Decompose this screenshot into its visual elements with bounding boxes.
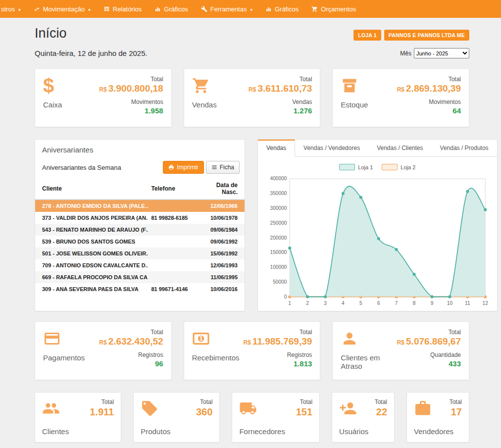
count-label: Registros	[99, 351, 163, 358]
birthdays-table: Cliente Telefone Data de Nasc. 278 - ANT…	[35, 179, 245, 295]
table-icon	[103, 6, 110, 12]
column-header-telefone: Telefone	[148, 179, 199, 199]
stat-label: Clientes	[42, 427, 114, 436]
banknote-icon: 1	[192, 330, 210, 348]
svg-text:6: 6	[377, 300, 380, 306]
count-label: Registros	[244, 351, 312, 358]
page-title: Início	[35, 26, 67, 41]
svg-text:10: 10	[447, 300, 453, 306]
chart-legend: Loja 1 Loja 2	[264, 164, 491, 170]
table-row[interactable]: 373 - VALDIR DOS ANJOS PEREIRA (AN…81 99…	[35, 212, 245, 224]
svg-text:1: 1	[199, 335, 202, 342]
printer-icon	[168, 164, 174, 170]
tab-vendas[interactable]: Vendas	[258, 140, 295, 157]
tab-vendas-produtos[interactable]: Vendas / Produtos	[432, 140, 497, 156]
current-date: Quinta-feira, 12 de junho de 2025.	[35, 49, 148, 57]
sales-chart-card: Vendas Vendas / Vendedores Vendas / Clie…	[257, 139, 498, 311]
total-value: 22	[375, 406, 387, 418]
nav-item-graficos-2[interactable]: Gráficos	[259, 0, 305, 18]
page-content: Início LOJA 1 PANNOS E PANNOS LTDA ME Qu…	[0, 18, 501, 443]
table-row[interactable]: 709 - ANTONIO EDSON CAVALCANTE D…12/06/1…	[35, 259, 245, 271]
chevron-down-icon	[18, 5, 21, 13]
stat-label: Caixa	[43, 100, 62, 109]
month-label: Mês	[400, 50, 411, 57]
cart-icon	[311, 6, 318, 12]
nav-item-orcamentos[interactable]: Orçamentos	[305, 0, 362, 18]
nav-item-cadastros[interactable]: stros	[0, 0, 27, 18]
fornecedores-card: Total 151 Fornecedores	[232, 392, 320, 443]
loja2-swatch-icon	[382, 164, 398, 170]
table-row[interactable]: 501 - JOSE WELISSON GOMES OLIVEIR…15/06/…	[35, 248, 245, 259]
stat-label: Usuários	[339, 427, 387, 436]
dollar-icon	[43, 76, 54, 96]
legend-item-loja1: Loja 1	[339, 164, 373, 170]
total-label: Total	[196, 398, 212, 405]
svg-text:350000: 350000	[270, 191, 287, 196]
stat-label: Produtos	[141, 427, 212, 436]
bar-chart-icon	[154, 6, 161, 12]
tab-vendas-clientes[interactable]: Vendas / Clientes	[368, 140, 431, 156]
bar-chart-icon	[265, 6, 272, 12]
nav-label: stros	[1, 5, 15, 13]
nav-label: Ferramentas	[210, 5, 247, 13]
stat-label: Recebimentos	[192, 353, 240, 362]
total-label: Total	[90, 398, 114, 405]
total-label: Total	[375, 398, 387, 405]
list-icon	[211, 164, 217, 170]
total-label: Total	[397, 76, 461, 83]
stat-label: Pagamentos	[43, 353, 85, 362]
produtos-card: Total 360 Produtos	[133, 392, 220, 443]
nav-label: Relatórios	[113, 5, 142, 13]
loja1-swatch-icon	[339, 164, 355, 170]
nav-item-relatorios[interactable]: Relatórios	[97, 0, 149, 18]
total-value: 17	[450, 406, 462, 418]
count-value: 433	[397, 359, 461, 368]
nav-label: Movimentação	[43, 5, 85, 13]
people-icon	[42, 399, 60, 417]
total-value: R$2.632.430,52	[99, 336, 163, 348]
nav-label: Orçamentos	[321, 5, 356, 13]
truck-icon	[239, 399, 257, 417]
total-value: R$3.611.610,73	[249, 83, 312, 95]
count-value: 64	[397, 106, 461, 115]
table-row[interactable]: 543 - RENATO MARINHO DE ARAUJO (F…09/06/…	[35, 224, 245, 236]
nav-item-graficos-1[interactable]: Gráficos	[148, 0, 194, 18]
svg-text:9: 9	[431, 300, 434, 306]
total-value: 151	[296, 406, 312, 418]
credit-card-icon	[43, 330, 61, 348]
nav-item-ferramentas[interactable]: Ferramentas	[195, 0, 259, 18]
svg-text:5: 5	[359, 300, 362, 306]
aniversariantes-card: Aniversariantes Aniversariantes da Seman…	[35, 139, 245, 311]
total-label: Total	[296, 398, 312, 405]
total-label: Total	[244, 329, 312, 336]
wrench-icon	[201, 6, 207, 12]
table-row[interactable]: 309 - ANA SEVERINA PAES DA SILVA81 99671…	[35, 283, 245, 295]
nav-label: Gráficos	[275, 5, 299, 13]
table-row[interactable]: 669 - RAFAELA PROCOPIO DA SILVA CA…11/06…	[35, 271, 245, 283]
svg-text:300000: 300000	[270, 205, 287, 211]
imprimir-button[interactable]: Imprimir	[163, 161, 203, 174]
total-value: R$2.869.130,39	[397, 83, 461, 95]
table-row[interactable]: 539 - BRUNO DOS SANTOS GOMES09/06/1992	[35, 236, 245, 248]
total-value: 360	[196, 406, 212, 418]
clientes-card: Total 1.911 Clientes	[35, 392, 121, 443]
tab-vendas-vendedores[interactable]: Vendas / Vendedores	[295, 140, 368, 156]
count-label: Vendas	[249, 99, 312, 105]
svg-text:11: 11	[465, 300, 470, 306]
stat-label: Fornecedores	[239, 427, 312, 436]
svg-text:400000: 400000	[270, 176, 287, 181]
nav-label: Gráficos	[164, 5, 188, 13]
count-label: Movimentos	[99, 99, 163, 105]
total-label: Total	[99, 329, 163, 336]
table-row[interactable]: 278 - ANTONIO EMIDIO DA SILVA (PALE…12/0…	[35, 199, 245, 212]
stat-label: Vendedores	[414, 427, 462, 436]
total-value: R$11.985.769,39	[244, 336, 312, 348]
total-label: Total	[99, 76, 163, 83]
ficha-button[interactable]: Ficha	[206, 161, 240, 174]
total-value: 1.911	[90, 406, 114, 418]
chevron-down-icon	[250, 5, 252, 13]
nav-item-movimentacao[interactable]: Movimentação	[27, 0, 97, 18]
month-select[interactable]: Junho - 2025	[414, 48, 469, 58]
store-badge: LOJA 1	[353, 30, 381, 41]
store-badges: LOJA 1 PANNOS E PANNOS LTDA ME	[353, 30, 469, 41]
